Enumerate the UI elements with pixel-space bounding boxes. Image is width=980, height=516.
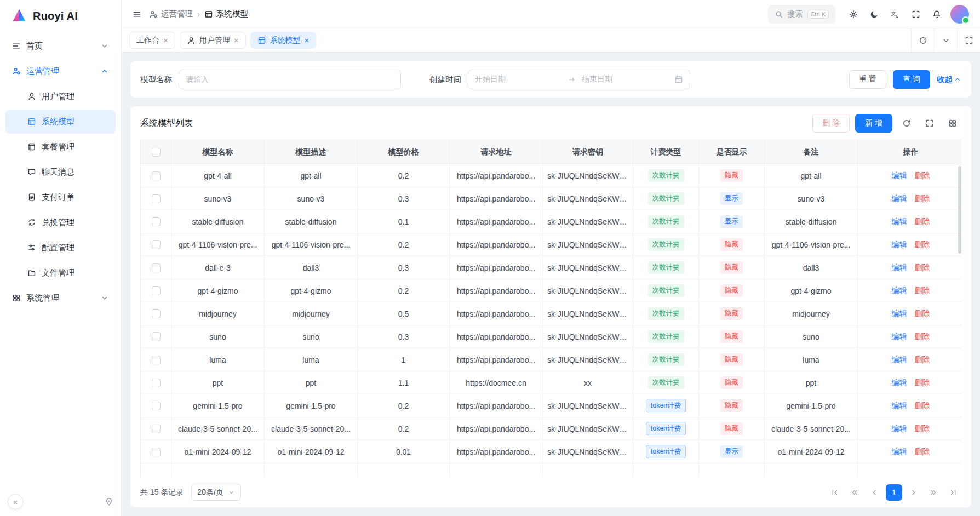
row-checkbox[interactable]: [152, 332, 161, 341]
row-delete-button[interactable]: 删除: [915, 355, 930, 364]
row-delete-button[interactable]: 删除: [915, 286, 930, 295]
sidebar-item-7[interactable]: 兑换管理: [5, 210, 116, 234]
global-search[interactable]: 搜索 Ctrl K: [768, 5, 836, 24]
tab-0[interactable]: 工作台×: [129, 32, 175, 49]
cell-model-name: gemini-1.5-pro: [171, 394, 265, 417]
translate-button[interactable]: 文A: [886, 5, 904, 24]
sidebar-item-4[interactable]: 套餐管理: [5, 135, 116, 159]
edit-button[interactable]: 编辑: [892, 171, 907, 180]
page-next-button[interactable]: [906, 484, 922, 501]
breadcrumb-item[interactable]: 运营管理: [149, 9, 193, 19]
row-delete-button[interactable]: 删除: [915, 401, 930, 410]
breadcrumb-item[interactable]: 系统模型: [204, 9, 248, 19]
edit-button[interactable]: 编辑: [892, 332, 907, 341]
row-checkbox[interactable]: [152, 379, 161, 387]
sidebar-item-2[interactable]: 用户管理: [5, 84, 116, 108]
row-delete-button[interactable]: 删除: [915, 217, 930, 226]
row-delete-button[interactable]: 删除: [915, 240, 930, 249]
row-checkbox[interactable]: [152, 240, 161, 249]
avatar[interactable]: [950, 5, 969, 24]
cell-model-desc: gpt-all: [265, 164, 358, 187]
reset-button[interactable]: 重 置: [849, 70, 886, 89]
row-delete-button[interactable]: 删除: [915, 263, 930, 272]
edit-button[interactable]: 编辑: [892, 355, 907, 364]
query-button[interactable]: 查 询: [893, 70, 930, 89]
page-number-button[interactable]: 1: [886, 484, 902, 501]
edit-button[interactable]: 编辑: [892, 424, 907, 433]
model-name-input[interactable]: [179, 70, 401, 89]
models-table: 模型名称模型描述模型价格请求地址请求密钥计费类型是否显示备注操作 gpt-4-a…: [140, 140, 961, 477]
row-checkbox[interactable]: [152, 171, 161, 180]
notification-button[interactable]: [927, 5, 946, 24]
dark-mode-button[interactable]: [865, 5, 884, 24]
tabbar-maximize-button[interactable]: [957, 28, 980, 52]
edit-button[interactable]: 编辑: [892, 378, 907, 387]
row-select-cell: [141, 325, 171, 348]
row-delete-button[interactable]: 删除: [915, 309, 930, 318]
date-range-picker[interactable]: 开始日期 结束日期: [468, 70, 690, 89]
page-last-button[interactable]: [945, 484, 961, 501]
sidebar-item-0[interactable]: 首页: [5, 34, 116, 58]
row-checkbox[interactable]: [152, 217, 161, 226]
edit-button[interactable]: 编辑: [892, 309, 907, 318]
row-delete-button[interactable]: 删除: [915, 447, 930, 456]
edit-button[interactable]: 编辑: [892, 240, 907, 249]
exchange-icon: [27, 218, 36, 227]
sidebar-item-9[interactable]: 文件管理: [5, 261, 116, 285]
row-checkbox[interactable]: [152, 263, 161, 272]
row-checkbox[interactable]: [152, 425, 161, 433]
page-size-select[interactable]: 20条/页: [191, 484, 240, 501]
tab-2[interactable]: 系统模型×: [250, 32, 317, 49]
edit-button[interactable]: 编辑: [892, 401, 907, 410]
select-all-checkbox[interactable]: [152, 148, 161, 157]
edit-button[interactable]: 编辑: [892, 194, 907, 203]
row-delete-button[interactable]: 删除: [915, 424, 930, 433]
edit-button[interactable]: 编辑: [892, 447, 907, 456]
tab-1[interactable]: 用户管理×: [180, 32, 246, 49]
table-refresh-button[interactable]: [898, 114, 915, 132]
sidebar-item-1[interactable]: 运营管理: [5, 59, 116, 83]
pin-icon[interactable]: [105, 497, 113, 506]
page-next-group-button[interactable]: [925, 484, 942, 501]
sidebar-item-3[interactable]: 系统模型: [5, 110, 116, 134]
row-delete-button[interactable]: 删除: [915, 171, 930, 180]
table-scrollbar[interactable]: [958, 166, 961, 254]
column-settings-button[interactable]: [944, 114, 961, 132]
collapse-filter-link[interactable]: 收起: [937, 74, 961, 85]
tabbar-chevron-down-button[interactable]: [934, 28, 957, 52]
tabbar-refresh-button[interactable]: [911, 28, 934, 52]
row-checkbox[interactable]: [152, 402, 161, 410]
cell-model-price: 0.2: [358, 394, 450, 417]
fullscreen-button[interactable]: [907, 5, 925, 24]
page-first-button[interactable]: [827, 484, 843, 501]
row-checkbox[interactable]: [152, 309, 161, 318]
row-delete-button[interactable]: 删除: [915, 194, 930, 203]
row-checkbox[interactable]: [152, 194, 161, 203]
close-icon[interactable]: ×: [234, 36, 239, 44]
edit-button[interactable]: 编辑: [892, 263, 907, 272]
edit-button[interactable]: 编辑: [892, 286, 907, 295]
row-checkbox[interactable]: [152, 356, 161, 364]
cell-remark: gpt-all: [765, 164, 858, 187]
sidebar-item-8[interactable]: 配置管理: [5, 236, 116, 260]
sidebar-item-5[interactable]: 聊天消息: [5, 160, 116, 184]
logo[interactable]: Ruoyi AI: [0, 0, 121, 32]
sidebar-toggle-button[interactable]: [133, 10, 141, 19]
batch-delete-button[interactable]: 删 除: [812, 114, 850, 133]
add-button[interactable]: 新 增: [855, 114, 892, 133]
row-delete-button[interactable]: 删除: [915, 332, 930, 341]
table-fullscreen-button[interactable]: [921, 114, 938, 132]
edit-button[interactable]: 编辑: [892, 217, 907, 226]
sidebar-item-6[interactable]: 支付订单: [5, 185, 116, 209]
close-icon[interactable]: ×: [163, 36, 168, 44]
close-icon[interactable]: ×: [305, 36, 310, 44]
page-prev-button[interactable]: [866, 484, 882, 501]
row-checkbox[interactable]: [152, 448, 161, 456]
settings-button[interactable]: [844, 5, 863, 24]
sidebar-item-10[interactable]: 系统管理: [5, 286, 116, 310]
cell-remark: claude-3-5-sonnet-20...: [765, 417, 858, 440]
sidebar-collapse-button[interactable]: «: [8, 494, 23, 509]
row-delete-button[interactable]: 删除: [915, 378, 930, 387]
row-checkbox[interactable]: [152, 286, 161, 295]
page-prev-group-button[interactable]: [846, 484, 863, 501]
